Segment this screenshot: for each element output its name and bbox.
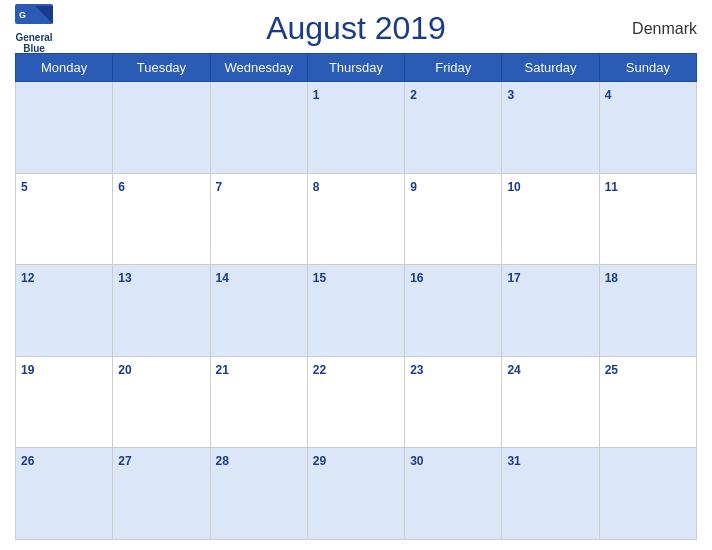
day-number-13: 13: [118, 271, 131, 285]
day-number-22: 22: [313, 363, 326, 377]
day-number-12: 12: [21, 271, 34, 285]
week-row-4: 19202122232425: [16, 356, 697, 448]
day-number-28: 28: [216, 454, 229, 468]
col-saturday: Saturday: [502, 54, 599, 82]
day-cell-28: 28: [210, 448, 307, 540]
day-number-8: 8: [313, 180, 320, 194]
day-number-4: 4: [605, 88, 612, 102]
day-cell-5: 5: [16, 173, 113, 265]
col-monday: Monday: [16, 54, 113, 82]
day-number-21: 21: [216, 363, 229, 377]
day-number-30: 30: [410, 454, 423, 468]
svg-text:G: G: [19, 10, 26, 20]
day-number-17: 17: [507, 271, 520, 285]
day-cell-20: 20: [113, 356, 210, 448]
day-cell-3: 3: [502, 82, 599, 174]
day-number-26: 26: [21, 454, 34, 468]
day-number-14: 14: [216, 271, 229, 285]
calendar-title: August 2019: [266, 10, 446, 47]
day-cell-12: 12: [16, 265, 113, 357]
empty-cell-w4-d6: [599, 448, 696, 540]
day-number-15: 15: [313, 271, 326, 285]
country-label: Denmark: [632, 20, 697, 38]
day-cell-13: 13: [113, 265, 210, 357]
day-number-2: 2: [410, 88, 417, 102]
week-row-5: 262728293031: [16, 448, 697, 540]
day-number-23: 23: [410, 363, 423, 377]
day-number-3: 3: [507, 88, 514, 102]
day-number-29: 29: [313, 454, 326, 468]
week-row-3: 12131415161718: [16, 265, 697, 357]
calendar-table: Monday Tuesday Wednesday Thursday Friday…: [15, 53, 697, 540]
day-number-27: 27: [118, 454, 131, 468]
day-cell-11: 11: [599, 173, 696, 265]
day-cell-19: 19: [16, 356, 113, 448]
col-wednesday: Wednesday: [210, 54, 307, 82]
day-cell-23: 23: [405, 356, 502, 448]
day-cell-16: 16: [405, 265, 502, 357]
day-cell-18: 18: [599, 265, 696, 357]
day-number-1: 1: [313, 88, 320, 102]
day-number-31: 31: [507, 454, 520, 468]
day-number-6: 6: [118, 180, 125, 194]
day-number-10: 10: [507, 180, 520, 194]
day-cell-25: 25: [599, 356, 696, 448]
day-cell-7: 7: [210, 173, 307, 265]
logo-line2: Blue: [23, 43, 45, 54]
day-number-9: 9: [410, 180, 417, 194]
day-cell-8: 8: [307, 173, 404, 265]
generalblue-logo: G General Blue: [15, 4, 53, 54]
day-number-11: 11: [605, 180, 618, 194]
col-sunday: Sunday: [599, 54, 696, 82]
col-thursday: Thursday: [307, 54, 404, 82]
day-cell-15: 15: [307, 265, 404, 357]
day-cell-26: 26: [16, 448, 113, 540]
day-cell-27: 27: [113, 448, 210, 540]
day-number-20: 20: [118, 363, 131, 377]
weekday-header-row: Monday Tuesday Wednesday Thursday Friday…: [16, 54, 697, 82]
empty-cell-w0-d2: [210, 82, 307, 174]
day-number-19: 19: [21, 363, 34, 377]
empty-cell-w0-d0: [16, 82, 113, 174]
week-row-2: 567891011: [16, 173, 697, 265]
calendar-header: G General Blue August 2019 Denmark: [15, 10, 697, 47]
empty-cell-w0-d1: [113, 82, 210, 174]
day-number-16: 16: [410, 271, 423, 285]
day-cell-10: 10: [502, 173, 599, 265]
day-number-25: 25: [605, 363, 618, 377]
logo-line1: General: [15, 32, 52, 43]
day-number-5: 5: [21, 180, 28, 194]
day-cell-2: 2: [405, 82, 502, 174]
day-cell-17: 17: [502, 265, 599, 357]
day-number-18: 18: [605, 271, 618, 285]
col-friday: Friday: [405, 54, 502, 82]
day-number-7: 7: [216, 180, 223, 194]
col-tuesday: Tuesday: [113, 54, 210, 82]
week-row-1: 1234: [16, 82, 697, 174]
day-cell-4: 4: [599, 82, 696, 174]
day-cell-1: 1: [307, 82, 404, 174]
day-cell-21: 21: [210, 356, 307, 448]
day-cell-31: 31: [502, 448, 599, 540]
day-cell-30: 30: [405, 448, 502, 540]
day-cell-14: 14: [210, 265, 307, 357]
day-cell-6: 6: [113, 173, 210, 265]
day-cell-9: 9: [405, 173, 502, 265]
day-number-24: 24: [507, 363, 520, 377]
day-cell-24: 24: [502, 356, 599, 448]
day-cell-29: 29: [307, 448, 404, 540]
day-cell-22: 22: [307, 356, 404, 448]
